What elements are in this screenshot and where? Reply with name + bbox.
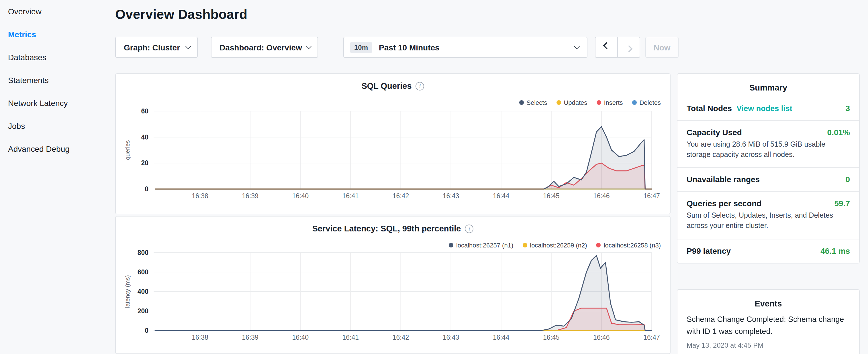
svg-text:16:41: 16:41 [342,334,359,341]
summary-row-subtext: Sum of Selects, Updates, Inserts, and De… [687,211,850,231]
summary-row-value: 0.01% [827,128,850,137]
now-button[interactable]: Now [645,37,679,58]
svg-text:16:39: 16:39 [242,192,258,200]
sidebar-item-jobs[interactable]: Jobs [0,115,112,137]
summary-row-value: 0 [845,175,850,184]
summary-title: Summary [677,83,859,92]
svg-text:16:38: 16:38 [192,334,208,341]
svg-text:400: 400 [137,288,149,295]
events-panel: Events Schema Change Completed: Schema c… [677,289,860,354]
svg-text:16:47: 16:47 [643,192,660,200]
summary-row: Capacity Used0.01%You are using 28.6 MiB… [677,121,859,168]
app-root: OverviewMetricsDatabasesStatementsNetwor… [0,0,868,354]
svg-text:16:42: 16:42 [393,192,409,200]
event-item[interactable]: Schema Change Completed: Schema change w… [677,313,859,354]
svg-text:16:46: 16:46 [593,192,610,200]
event-timestamp: May 13, 2020 at 4:45 PM [687,342,850,349]
chevron-down-icon [574,43,580,49]
summary-row-subtext: You are using 28.6 MiB of 515.9 GiB usab… [687,139,850,160]
event-text: Schema Change Completed: Schema change w… [687,314,850,338]
sidebar-item-advanced-debug[interactable]: Advanced Debug [0,137,112,160]
sidebar-item-metrics[interactable]: Metrics [0,23,112,46]
svg-text:16:45: 16:45 [543,192,560,200]
summary-row-value: 3 [845,104,850,113]
chevron-left-icon [602,42,610,49]
summary-row-value: 59.7 [834,199,850,208]
dashboard-dropdown[interactable]: Dashboard: Overview [211,37,318,58]
summary-row: Queries per second59.7Sum of Selects, Up… [677,192,859,239]
svg-text:latency (ms): latency (ms) [124,275,131,308]
time-back-button[interactable] [595,37,618,58]
summary-row: Total NodesView nodes list3 [677,97,859,121]
page-title: Overview Dashboard [115,7,247,22]
right-column: Summary Total NodesView nodes list3Capac… [677,73,860,354]
summary-row-label: Capacity Used [687,128,742,137]
svg-text:20: 20 [141,159,149,167]
summary-row: Unavailable ranges0 [677,168,859,192]
chart-plot-area[interactable]: 16:3816:3916:4016:4116:4216:4316:4416:45… [116,217,670,353]
svg-text:800: 800 [137,249,149,256]
chart-panel-service-latency: Service Latency: SQL, 99th percentileilo… [115,216,671,354]
summary-row-label: Total Nodes [687,104,732,113]
chevron-right-icon [625,45,632,53]
svg-text:600: 600 [137,268,149,276]
sidebar-item-network-latency[interactable]: Network Latency [0,92,112,115]
svg-text:16:44: 16:44 [493,192,509,200]
svg-text:16:43: 16:43 [443,192,459,200]
dashboard-dropdown-label: Dashboard: Overview [219,43,302,52]
sidebar: OverviewMetricsDatabasesStatementsNetwor… [0,0,112,354]
sidebar-item-overview[interactable]: Overview [0,0,112,23]
summary-row: P99 latency46.1 ms [677,239,859,263]
svg-text:16:40: 16:40 [292,334,309,341]
chart-panel-sql-queries: SQL QueriesiSelectsUpdatesInsertsDeletes… [115,73,671,214]
svg-text:60: 60 [141,107,149,115]
svg-text:16:43: 16:43 [443,334,459,341]
svg-text:16:38: 16:38 [192,192,208,200]
svg-text:0: 0 [145,185,149,193]
svg-text:16:47: 16:47 [643,334,660,341]
summary-row-label: Queries per second [687,199,762,208]
view-nodes-link[interactable]: View nodes list [737,104,792,113]
time-range-label: Past 10 Minutes [379,43,575,52]
time-forward-button[interactable] [617,37,640,58]
svg-text:queries: queries [124,140,131,160]
chevron-down-icon [306,43,311,49]
time-range-badge: 10m [350,41,372,53]
svg-text:16:41: 16:41 [342,192,359,200]
sidebar-item-databases[interactable]: Databases [0,46,112,69]
time-pager [595,37,640,58]
svg-text:16:40: 16:40 [292,192,309,200]
svg-text:16:46: 16:46 [593,334,610,341]
svg-text:200: 200 [137,307,149,315]
svg-text:16:44: 16:44 [493,334,509,341]
summary-row-value: 46.1 ms [820,246,850,255]
summary-panel: Summary Total NodesView nodes list3Capac… [677,73,860,263]
graph-dropdown-label: Graph: Cluster [124,43,180,52]
time-range-dropdown[interactable]: 10m Past 10 Minutes [343,37,587,58]
summary-row-label: Unavailable ranges [687,175,760,184]
chevron-down-icon [185,43,191,49]
svg-text:16:45: 16:45 [543,334,560,341]
chart-plot-area[interactable]: 16:3816:3916:4016:4116:4216:4316:4416:45… [116,74,670,214]
svg-text:16:42: 16:42 [393,334,409,341]
svg-text:16:39: 16:39 [242,334,258,341]
svg-text:0: 0 [145,327,149,334]
graph-dropdown[interactable]: Graph: Cluster [115,37,198,58]
sidebar-item-statements[interactable]: Statements [0,69,112,92]
summary-row-label: P99 latency [687,246,731,255]
events-title: Events [677,299,859,308]
svg-text:40: 40 [141,133,149,141]
